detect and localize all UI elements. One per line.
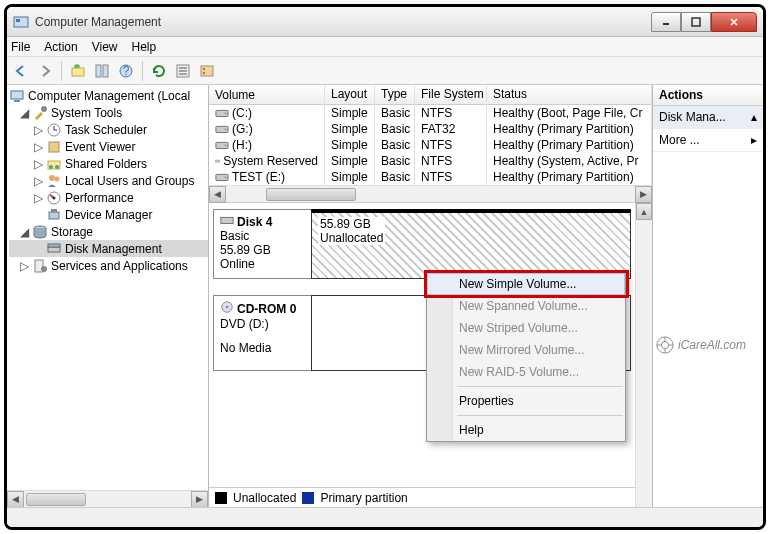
svg-point-51	[226, 306, 229, 309]
drive-icon	[215, 172, 229, 182]
scroll-right-icon[interactable]: ▶	[635, 186, 652, 203]
ctx-new-mirrored-volume: New Mirrored Volume...	[427, 339, 625, 361]
table-row[interactable]: (C:)SimpleBasicNTFSHealthy (Boot, Page F…	[209, 105, 652, 121]
tree-system-tools[interactable]: ◢ System Tools	[9, 104, 208, 121]
tree-local-users[interactable]: ▷Local Users and Groups	[9, 172, 208, 189]
menu-file[interactable]: File	[11, 40, 30, 54]
tools-icon	[32, 105, 48, 121]
drive-icon	[215, 124, 229, 134]
scroll-left-icon[interactable]: ◀	[209, 186, 226, 203]
svg-text:?: ?	[123, 64, 130, 78]
table-row[interactable]: System ReservedSimpleBasicNTFSHealthy (S…	[209, 153, 652, 169]
show-hide-button[interactable]	[92, 61, 112, 81]
menu-view[interactable]: View	[92, 40, 118, 54]
scroll-left-icon[interactable]: ◀	[7, 491, 24, 508]
menu-action[interactable]: Action	[44, 40, 77, 54]
disk-mgmt-icon	[46, 241, 62, 257]
disk-icon	[220, 214, 234, 229]
legend-primary-label: Primary partition	[320, 491, 407, 505]
svg-rect-6	[72, 68, 84, 76]
action-disk-management[interactable]: Disk Mana... ▴	[653, 106, 763, 129]
tree-shared-folders[interactable]: ▷Shared Folders	[9, 155, 208, 172]
expand-icon[interactable]: ▷	[19, 260, 30, 271]
tree-root[interactable]: Computer Management (Local	[9, 87, 208, 104]
col-volume[interactable]: Volume	[209, 85, 325, 104]
scroll-right-icon[interactable]: ▶	[191, 491, 208, 508]
svg-rect-24	[49, 142, 59, 152]
table-row[interactable]: TEST (E:)SimpleBasicNTFSHealthy (Primary…	[209, 169, 652, 185]
table-hscroll[interactable]: ◀ ▶	[209, 185, 652, 202]
expand-icon[interactable]: ▷	[33, 158, 44, 169]
close-button[interactable]	[711, 12, 757, 32]
col-layout[interactable]: Layout	[325, 85, 375, 104]
refresh-button[interactable]	[149, 61, 169, 81]
table-row[interactable]: (G:)SimpleBasicFAT32Healthy (Primary Par…	[209, 121, 652, 137]
scroll-up-icon[interactable]: ▲	[636, 203, 652, 220]
ctx-properties[interactable]: Properties	[427, 390, 625, 412]
legend-unallocated-swatch	[215, 492, 227, 504]
drive-icon	[215, 140, 229, 150]
expand-icon[interactable]: ▷	[33, 124, 44, 135]
settings-button[interactable]	[173, 61, 193, 81]
minimize-button[interactable]	[651, 12, 681, 32]
tree-services[interactable]: ▷Services and Applications	[9, 257, 208, 274]
expand-icon[interactable]: ▷	[33, 141, 44, 152]
svg-point-44	[225, 145, 227, 147]
svg-rect-7	[96, 65, 101, 77]
svg-point-40	[225, 113, 227, 115]
ctx-new-striped-volume: New Striped Volume...	[427, 317, 625, 339]
disk-4-block[interactable]: Disk 4 Basic 55.89 GB Online 55.89 GB Un…	[213, 209, 631, 279]
forward-button[interactable]	[35, 61, 55, 81]
ctx-new-spanned-volume: New Spanned Volume...	[427, 295, 625, 317]
svg-rect-8	[103, 65, 108, 77]
performance-icon	[46, 190, 62, 206]
tree-storage[interactable]: ◢Storage	[9, 223, 208, 240]
tree-device-manager[interactable]: Device Manager	[9, 206, 208, 223]
up-button[interactable]	[68, 61, 88, 81]
ctx-help[interactable]: Help	[427, 419, 625, 441]
svg-point-20	[41, 106, 47, 112]
tree-disk-management[interactable]: Disk Management	[9, 240, 208, 257]
svg-rect-33	[51, 209, 57, 212]
computer-icon	[9, 88, 25, 104]
table-row[interactable]: (H:)SimpleBasicNTFSHealthy (Primary Part…	[209, 137, 652, 153]
svg-point-29	[55, 176, 60, 181]
graphic-vscroll[interactable]: ▲	[635, 203, 652, 507]
help-button[interactable]: ?	[116, 61, 136, 81]
action-more[interactable]: More ... ▸	[653, 129, 763, 152]
expand-icon[interactable]: ▷	[33, 175, 44, 186]
svg-rect-19	[14, 100, 20, 102]
expand-icon[interactable]: ▷	[33, 192, 44, 203]
menu-help[interactable]: Help	[132, 40, 157, 54]
titlebar[interactable]: Computer Management	[7, 7, 763, 37]
clock-icon	[46, 122, 62, 138]
table-header: Volume Layout Type File System Status	[209, 85, 652, 105]
svg-point-16	[203, 68, 205, 70]
disk-4-partition[interactable]: 55.89 GB Unallocated	[311, 209, 631, 279]
list-button[interactable]	[197, 61, 217, 81]
maximize-button[interactable]	[681, 12, 711, 32]
context-menu: New Simple Volume... New Spanned Volume.…	[426, 272, 626, 442]
svg-point-26	[49, 165, 53, 169]
tree-event-viewer[interactable]: ▷Event Viewer	[9, 138, 208, 155]
collapse-icon[interactable]: ◢	[19, 226, 30, 237]
tree-performance[interactable]: ▷Performance	[9, 189, 208, 206]
back-button[interactable]	[11, 61, 31, 81]
cdrom-header: CD-ROM 0 DVD (D:) No Media	[213, 295, 311, 371]
collapse-icon[interactable]: ◢	[19, 107, 30, 118]
scroll-thumb[interactable]	[266, 188, 356, 201]
scroll-thumb[interactable]	[26, 493, 86, 506]
svg-rect-49	[221, 217, 233, 223]
actions-pane: Actions Disk Mana... ▴ More ... ▸	[653, 85, 763, 507]
tree-hscroll[interactable]: ◀ ▶	[7, 490, 208, 507]
col-type[interactable]: Type	[375, 85, 415, 104]
col-status[interactable]: Status	[487, 85, 652, 104]
chevron-right-icon: ▸	[751, 133, 757, 147]
col-filesystem[interactable]: File System	[415, 85, 487, 104]
tree-task-scheduler[interactable]: ▷Task Scheduler	[9, 121, 208, 138]
watermark: iCareAll.com	[656, 336, 746, 354]
ctx-new-simple-volume[interactable]: New Simple Volume...	[427, 273, 625, 295]
menubar: File Action View Help	[7, 37, 763, 57]
svg-point-27	[55, 165, 59, 169]
svg-rect-35	[48, 247, 60, 252]
